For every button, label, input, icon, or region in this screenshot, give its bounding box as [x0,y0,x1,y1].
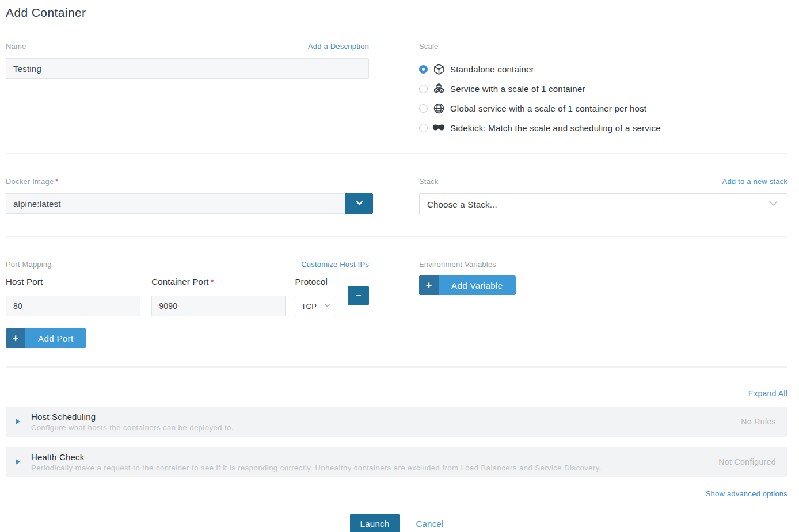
launch-button[interactable]: Launch [350,514,400,532]
radio-unselected[interactable] [419,104,428,113]
docker-image-group: Docker Image* [6,177,369,214]
customize-host-ips-link[interactable]: Customize Host IPs [301,260,369,269]
scale-option-sidekick[interactable]: Sidekick: Match the scale and scheduling… [419,118,787,137]
scale-options: Standalone container [419,59,787,137]
required-asterisk: * [55,177,58,186]
protocol-select[interactable]: TCP [295,296,336,316]
minus-icon: − [356,291,362,301]
stack-group: Stack Add to a new stack Choose a Stack.… [419,177,787,215]
scale-option-label: Sidekick: Match the scale and scheduling… [450,123,661,133]
status-badge: No Rules [741,417,776,426]
container-port-label: Container Port* [151,277,295,287]
container-port-input[interactable] [151,296,286,316]
environment-variables-label: Environment Variables [419,260,496,269]
add-container-page: Add Container Name Add a Description Sca… [0,0,799,532]
port-mapping-label: Port Mapping [6,260,52,269]
scale-option-standalone[interactable]: Standalone container [419,59,787,79]
expand-all-link[interactable]: Expand All [748,389,787,398]
container-port-column: Container Port* [151,277,295,316]
scale-option-label: Service with a scale of 1 container [450,84,585,94]
name-field-group: Name Add a Description [6,42,369,79]
show-advanced-options-link[interactable]: Show advanced options [706,489,787,498]
chevron-down-icon [324,301,331,311]
cube-icon [432,63,445,75]
name-label: Name [6,42,26,51]
port-mapping-group: Port Mapping Customize Host IPs Host Por… [6,260,369,348]
cancel-button[interactable]: Cancel [416,519,444,529]
image-stack-row: Docker Image* Stack Add to a new stack C… [6,177,787,215]
docker-image-label: Docker Image* [6,177,59,186]
accordion-title: Host Scheduling [31,412,234,422]
add-description-link[interactable]: Add a Description [308,42,369,51]
section-divider [6,236,787,237]
add-variable-button[interactable]: + Add Variable [419,275,516,295]
accordion-description: Periodically make a request to the conta… [31,464,602,472]
name-scale-row: Name Add a Description Scale [6,42,787,137]
globe-icon [432,102,445,114]
scale-option-label: Global service with a scale of 1 contain… [450,104,646,113]
accordion-text: Host Scheduling Configure what hosts the… [31,412,234,432]
triangle-right-icon [16,459,20,465]
add-port-button-label: Add Port [25,328,86,348]
page-title: Add Container [6,0,787,20]
chevron-down-icon [768,198,779,210]
plus-icon: + [6,328,25,348]
scale-option-service[interactable]: Service with a scale of 1 container [419,79,787,98]
plus-icon: + [419,275,439,295]
required-asterisk: * [211,277,214,286]
environment-variables-group: Environment Variables + Add Variable [419,260,787,295]
protocol-select-value: TCP [301,302,317,311]
stack-select-value: Choose a Stack... [427,200,497,209]
protocol-column: Protocol TCP [295,277,336,316]
header-divider [6,29,787,29]
add-variable-button-label: Add Variable [439,275,516,295]
name-input[interactable] [6,58,369,79]
host-scheduling-accordion[interactable]: Host Scheduling Configure what hosts the… [6,407,787,437]
show-advanced-row: Show advanced options [6,488,787,499]
footer-actions: Launch Cancel [6,514,787,532]
accordion-description: Configure what hosts the containers can … [31,423,234,432]
section-divider [6,366,787,368]
chevron-down-icon [355,198,364,209]
scale-label: Scale [419,42,439,51]
expand-all-row: Expand All [6,388,787,399]
status-badge: Not Configured [718,457,776,466]
scale-option-global[interactable]: Global service with a scale of 1 contain… [419,98,787,118]
accordion-text: Health Check Periodically make a request… [31,452,602,472]
radio-selected[interactable] [419,65,428,74]
mask-icon [432,124,445,132]
section-divider [6,153,787,154]
triangle-right-icon [16,419,20,424]
image-dropdown-button[interactable] [345,193,373,214]
docker-image-input[interactable] [6,193,345,214]
radio-unselected[interactable] [419,124,428,132]
add-port-button[interactable]: + Add Port [6,328,86,348]
host-port-input[interactable] [6,296,140,316]
stack-select[interactable]: Choose a Stack... [419,193,787,215]
stack-label: Stack [419,177,439,186]
scale-group: Scale Standalone container [419,42,787,137]
protocol-label: Protocol [295,277,336,287]
ports-env-row: Port Mapping Customize Host IPs Host Por… [6,260,787,348]
add-new-stack-link[interactable]: Add to a new stack [722,177,787,186]
accordion-title: Health Check [31,452,602,462]
service-cubes-icon [432,83,445,95]
scale-option-label: Standalone container [450,64,534,74]
health-check-accordion[interactable]: Health Check Periodically make a request… [6,447,787,477]
remove-port-button[interactable]: − [348,286,369,305]
host-port-column: Host Port [6,277,151,316]
radio-unselected[interactable] [419,85,428,93]
host-port-label: Host Port [6,277,151,287]
